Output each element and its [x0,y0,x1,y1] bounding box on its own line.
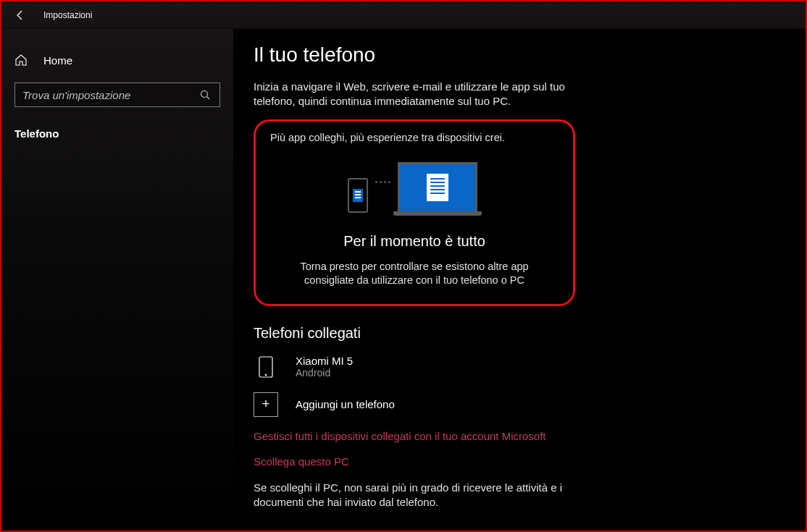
device-platform: Android [296,367,353,379]
search-box[interactable] [14,83,220,107]
smartphone-icon [254,355,278,379]
svg-point-0 [201,91,208,98]
suggestion-lead: Più app colleghi, più esperienze tra dis… [270,132,559,143]
home-label: Home [43,54,72,67]
suggestion-box: Più app colleghi, più esperienze tra dis… [254,119,575,306]
unlink-pc-link[interactable]: Scollega questo PC [254,455,785,468]
sidebar-item-telefono[interactable]: Telefono [1,120,233,147]
titlebar: Impostazioni [1,1,806,29]
linked-phones-title: Telefoni collegati [254,325,785,342]
phone-icon [348,178,368,213]
svg-point-3 [265,373,267,376]
window-title: Impostazioni [43,10,92,20]
page-title: Il tuo telefono [254,43,785,67]
add-phone-label: Aggiungi un telefono [296,398,395,410]
linked-phone-item[interactable]: Xiaomi MI 5 Android [254,355,785,379]
svg-line-1 [207,97,210,100]
home-icon [14,54,30,67]
device-info: Xiaomi MI 5 Android [296,355,353,379]
devices-illustration [270,162,559,216]
arrow-left-icon [14,9,26,21]
back-button[interactable] [10,5,30,25]
main-content: Il tuo telefono Inizia a navigare il Web… [233,29,806,531]
device-name: Xiaomi MI 5 [296,355,353,367]
suggestion-sub: Torna presto per controllare se esistono… [270,260,559,288]
search-input[interactable] [22,89,199,101]
suggestion-title: Per il momento è tutto [270,233,559,250]
connection-dots-icon [375,181,390,183]
manage-devices-link[interactable]: Gestisci tutti i dispositivi collegati c… [254,430,785,442]
home-nav[interactable]: Home [1,49,233,77]
unlink-description: Se scolleghi il PC, non sarai più in gra… [254,481,594,510]
add-phone-button[interactable]: + Aggiungi un telefono [254,392,785,417]
search-icon [199,89,212,101]
plus-icon: + [254,392,278,417]
intro-text: Inizia a navigare il Web, scrivere e-mai… [254,80,565,109]
laptop-icon [398,162,482,216]
sidebar: Home Telefono [1,29,233,531]
